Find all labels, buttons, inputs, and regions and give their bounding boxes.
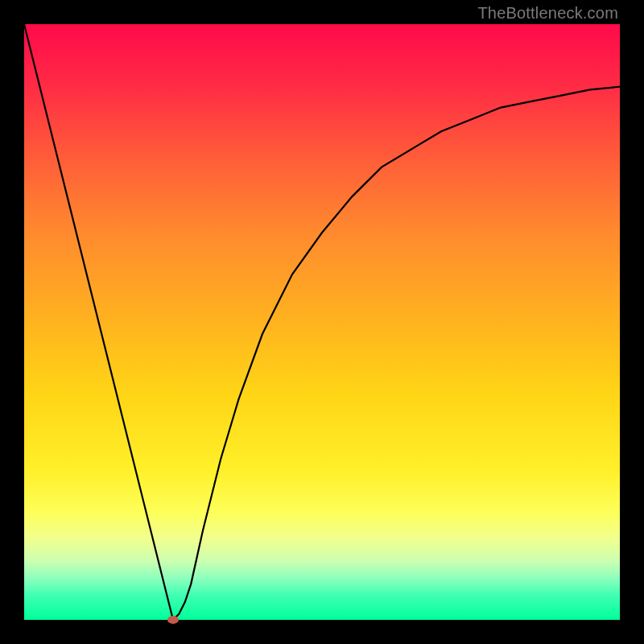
plot-area <box>24 24 620 620</box>
optimum-marker <box>167 616 179 624</box>
curve-path <box>24 24 620 620</box>
chart-frame: TheBottleneck.com <box>0 0 644 644</box>
watermark-text: TheBottleneck.com <box>477 4 618 23</box>
bottleneck-curve <box>24 24 620 620</box>
